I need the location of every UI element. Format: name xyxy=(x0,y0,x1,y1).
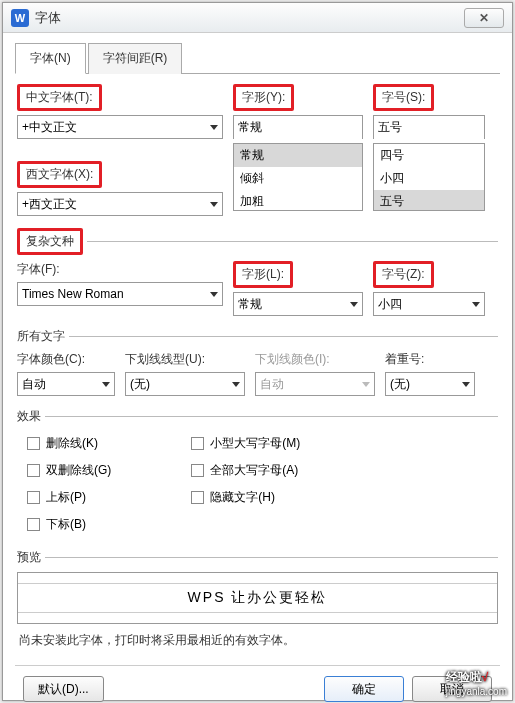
chevron-down-icon xyxy=(102,382,110,387)
western-font-label: 西文字体(X): xyxy=(26,167,93,181)
tab-panel-font: 中文字体(T): +中文正文 字形(Y): 常规 常规 倾斜 加粗 xyxy=(15,74,500,657)
list-item[interactable]: 倾斜 xyxy=(234,167,362,190)
checkbox-label: 删除线(K) xyxy=(46,435,98,452)
tab-spacing[interactable]: 字符间距(R) xyxy=(88,43,183,74)
complex-style-select[interactable]: 常规 xyxy=(233,292,363,316)
checkbox-all-caps[interactable]: 全部大写字母(A) xyxy=(191,462,300,479)
font-size-input[interactable]: 五号 xyxy=(373,115,485,139)
list-item[interactable]: 四号 xyxy=(374,144,484,167)
checkbox-icon xyxy=(27,491,40,504)
divider xyxy=(69,336,498,337)
dialog-content: 字体(N) 字符间距(R) 中文字体(T): +中文正文 字形(Y): 常规 xyxy=(3,33,512,703)
effects-section-label: 效果 xyxy=(17,408,41,425)
chevron-down-icon xyxy=(232,382,240,387)
checkbox-label: 下标(B) xyxy=(46,516,86,533)
preview-note: 尚未安装此字体，打印时将采用最相近的有效字体。 xyxy=(19,632,496,649)
font-color-value: 自动 xyxy=(22,376,102,393)
complex-section-label: 复杂文种 xyxy=(26,234,74,248)
titlebar: W 字体 ✕ xyxy=(3,3,512,33)
underline-color-select: 自动 xyxy=(255,372,375,396)
checkbox-double-strikethrough[interactable]: 双删除线(G) xyxy=(27,462,111,479)
underline-color-label: 下划线颜色(I): xyxy=(255,351,375,368)
underline-style-label: 下划线线型(U): xyxy=(125,351,245,368)
checkbox-hidden[interactable]: 隐藏文字(H) xyxy=(191,489,300,506)
checkbox-icon xyxy=(191,464,204,477)
checkbox-label: 上标(P) xyxy=(46,489,86,506)
underline-style-select[interactable]: (无) xyxy=(125,372,245,396)
chevron-down-icon xyxy=(210,292,218,297)
checkbox-label: 全部大写字母(A) xyxy=(210,462,298,479)
cancel-button[interactable]: 取消 xyxy=(412,676,492,702)
checkbox-subscript[interactable]: 下标(B) xyxy=(27,516,111,533)
app-icon: W xyxy=(11,9,29,27)
emphasis-value: (无) xyxy=(390,376,462,393)
checkbox-icon xyxy=(27,518,40,531)
complex-style-value: 常规 xyxy=(238,296,350,313)
window-title: 字体 xyxy=(35,9,464,27)
font-size-label: 字号(S): xyxy=(382,90,425,104)
checkbox-icon xyxy=(191,491,204,504)
checkbox-superscript[interactable]: 上标(P) xyxy=(27,489,111,506)
complex-size-select[interactable]: 小四 xyxy=(373,292,485,316)
checkbox-label: 小型大写字母(M) xyxy=(210,435,300,452)
font-color-label: 字体颜色(C): xyxy=(17,351,115,368)
list-item[interactable]: 常规 xyxy=(234,144,362,167)
checkbox-icon xyxy=(191,437,204,450)
close-icon: ✕ xyxy=(479,11,489,25)
complex-font-label: 字体(F): xyxy=(17,261,223,278)
font-color-select[interactable]: 自动 xyxy=(17,372,115,396)
complex-font-select[interactable]: Times New Roman xyxy=(17,282,223,306)
list-item[interactable]: 加粗 xyxy=(234,190,362,211)
checkbox-icon xyxy=(27,464,40,477)
complex-size-value: 小四 xyxy=(378,296,472,313)
chevron-down-icon xyxy=(210,125,218,130)
preview-text: WPS 让办公更轻松 xyxy=(188,589,328,607)
close-button[interactable]: ✕ xyxy=(464,8,504,28)
font-style-list[interactable]: 常规 倾斜 加粗 xyxy=(233,143,363,211)
emphasis-label: 着重号: xyxy=(385,351,475,368)
font-style-input[interactable]: 常规 xyxy=(233,115,363,139)
list-item[interactable]: 五号 xyxy=(374,190,484,211)
western-font-select[interactable]: +西文正文 xyxy=(17,192,223,216)
default-button[interactable]: 默认(D)... xyxy=(23,676,104,702)
font-size-value: 五号 xyxy=(378,119,480,136)
checkbox-icon xyxy=(27,437,40,450)
chinese-font-label: 中文字体(T): xyxy=(26,90,93,104)
tab-bar: 字体(N) 字符间距(R) xyxy=(15,43,500,74)
western-font-value: +西文正文 xyxy=(22,196,210,213)
list-item[interactable]: 小四 xyxy=(374,167,484,190)
checkbox-small-caps[interactable]: 小型大写字母(M) xyxy=(191,435,300,452)
complex-style-label: 字形(L): xyxy=(242,267,284,281)
font-style-value: 常规 xyxy=(238,119,358,136)
chinese-font-select[interactable]: +中文正文 xyxy=(17,115,223,139)
checkbox-label: 隐藏文字(H) xyxy=(210,489,275,506)
divider xyxy=(87,241,498,242)
chevron-down-icon xyxy=(462,382,470,387)
chevron-down-icon xyxy=(350,302,358,307)
tab-font[interactable]: 字体(N) xyxy=(15,43,86,74)
preview-box: WPS 让办公更轻松 xyxy=(17,572,498,624)
checkbox-label: 双删除线(G) xyxy=(46,462,111,479)
underline-style-value: (无) xyxy=(130,376,232,393)
preview-section-label: 预览 xyxy=(17,549,41,566)
underline-color-value: 自动 xyxy=(260,376,362,393)
chinese-font-value: +中文正文 xyxy=(22,119,210,136)
complex-size-label: 字号(Z): xyxy=(382,267,425,281)
complex-font-value: Times New Roman xyxy=(22,287,210,301)
checkbox-strikethrough[interactable]: 删除线(K) xyxy=(27,435,111,452)
divider xyxy=(45,416,498,417)
emphasis-select[interactable]: (无) xyxy=(385,372,475,396)
font-dialog: W 字体 ✕ 字体(N) 字符间距(R) 中文字体(T): +中文正文 字形(Y… xyxy=(2,2,513,701)
divider xyxy=(45,557,498,558)
dialog-footer: 默认(D)... 确定 取消 xyxy=(15,665,500,703)
font-size-list[interactable]: 四号 小四 五号 xyxy=(373,143,485,211)
ok-button[interactable]: 确定 xyxy=(324,676,404,702)
font-style-label: 字形(Y): xyxy=(242,90,285,104)
chevron-down-icon xyxy=(362,382,370,387)
alltext-section-label: 所有文字 xyxy=(17,328,65,345)
chevron-down-icon xyxy=(472,302,480,307)
chevron-down-icon xyxy=(210,202,218,207)
